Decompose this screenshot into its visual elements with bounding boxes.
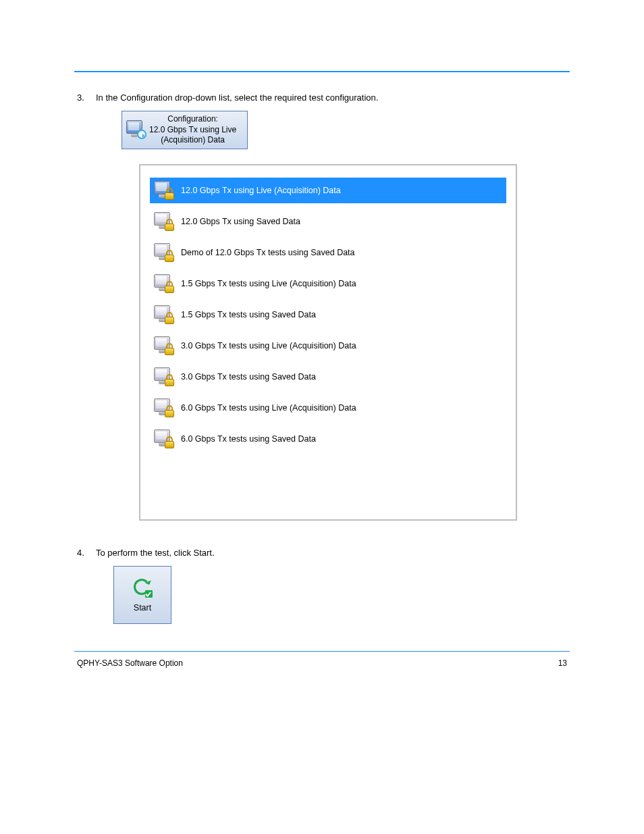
config-item-1[interactable]: 12.0 Gbps Tx using Saved Data bbox=[150, 209, 506, 234]
config-item-label: 3.0 Gbps Tx tests using Saved Data bbox=[181, 372, 316, 382]
step-3-number: 3. bbox=[74, 93, 96, 103]
footer-rule bbox=[74, 651, 570, 652]
config-item-5[interactable]: 3.0 Gbps Tx tests using Live (Acquisitio… bbox=[150, 333, 506, 359]
start-button-label: Start bbox=[134, 603, 151, 613]
footer-left-text: QPHY-SAS3 Software Option bbox=[77, 658, 183, 668]
step-4-text: To perform the test, click Start. bbox=[96, 548, 570, 558]
page-footer: QPHY-SAS3 Software Option 13 bbox=[74, 658, 570, 668]
monitor-lock-icon bbox=[154, 398, 174, 417]
monitor-lock-icon bbox=[154, 305, 174, 324]
config-item-0[interactable]: 12.0 Gbps Tx using Live (Acquisition) Da… bbox=[150, 178, 506, 203]
monitor-lock-icon bbox=[154, 274, 174, 293]
monitor-lock-icon bbox=[154, 367, 174, 386]
config-item-6[interactable]: 3.0 Gbps Tx tests using Saved Data bbox=[150, 364, 506, 390]
config-item-label: 1.5 Gbps Tx tests using Saved Data bbox=[181, 310, 316, 319]
footer-page-number: 13 bbox=[558, 658, 567, 668]
monitor-lock-icon bbox=[154, 429, 174, 448]
config-item-label: 6.0 Gbps Tx tests using Live (Acquisitio… bbox=[181, 403, 356, 413]
monitor-refresh-icon bbox=[126, 120, 145, 139]
configuration-dropdown-button[interactable]: Configuration: 12.0 Gbps Tx using Live (… bbox=[122, 111, 248, 149]
start-icon bbox=[132, 577, 153, 598]
config-item-label: 3.0 Gbps Tx tests using Live (Acquisitio… bbox=[181, 341, 356, 350]
config-item-3[interactable]: 1.5 Gbps Tx tests using Live (Acquisitio… bbox=[150, 271, 506, 296]
step-4: 4. To perform the test, click Start. bbox=[74, 548, 570, 558]
config-item-4[interactable]: 1.5 Gbps Tx tests using Saved Data bbox=[150, 302, 506, 328]
start-button[interactable]: Start bbox=[113, 566, 171, 624]
monitor-lock-icon bbox=[154, 243, 174, 262]
config-item-label: 6.0 Gbps Tx tests using Saved Data bbox=[181, 434, 316, 444]
monitor-lock-icon bbox=[154, 212, 174, 231]
monitor-lock-icon bbox=[154, 336, 174, 355]
config-item-label: Demo of 12.0 Gbps Tx tests using Saved D… bbox=[181, 248, 355, 257]
monitor-lock-icon bbox=[154, 181, 174, 200]
config-item-label: 12.0 Gbps Tx using Saved Data bbox=[181, 217, 300, 226]
step-3-text: In the Configuration drop-down list, sel… bbox=[96, 93, 570, 103]
config-item-7[interactable]: 6.0 Gbps Tx tests using Live (Acquisitio… bbox=[150, 395, 506, 421]
config-item-8[interactable]: 6.0 Gbps Tx tests using Saved Data bbox=[150, 426, 506, 452]
config-item-label: 1.5 Gbps Tx tests using Live (Acquisitio… bbox=[181, 279, 356, 288]
configuration-button-label: Configuration: 12.0 Gbps Tx using Live (… bbox=[145, 114, 240, 146]
config-item-label: 12.0 Gbps Tx using Live (Acquisition) Da… bbox=[181, 186, 341, 195]
step-3: 3. In the Configuration drop-down list, … bbox=[74, 93, 570, 103]
step-4-number: 4. bbox=[74, 548, 96, 558]
config-item-2[interactable]: Demo of 12.0 Gbps Tx tests using Saved D… bbox=[150, 240, 506, 265]
header-rule bbox=[74, 71, 570, 72]
configuration-list-panel: 12.0 Gbps Tx using Live (Acquisition) Da… bbox=[139, 164, 517, 521]
